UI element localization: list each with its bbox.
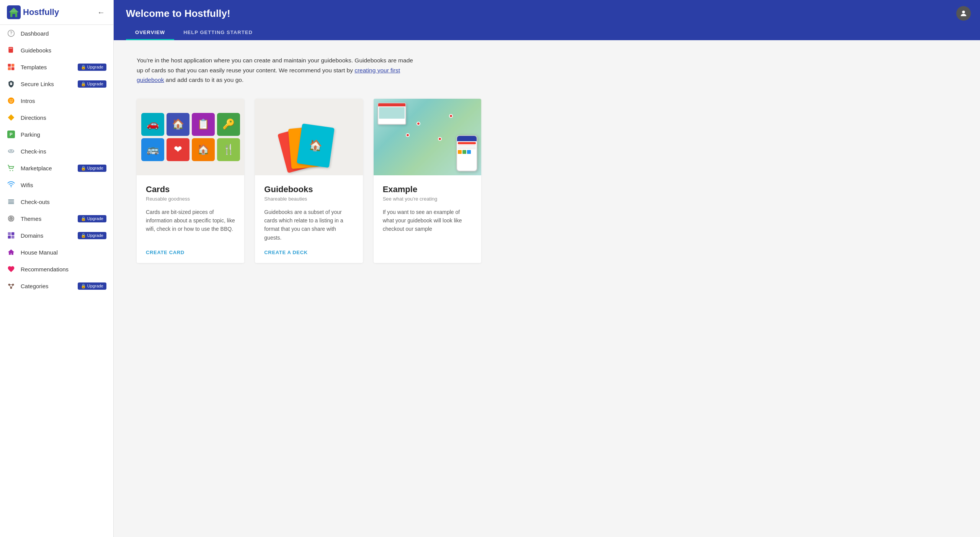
content-area: You're in the host application where you… bbox=[114, 40, 980, 278]
example-body: Example See what you're creating If you … bbox=[374, 175, 481, 263]
tabs: OVERVIEWHELP GETTING STARTED bbox=[126, 26, 968, 40]
sidebar-item-dashboard[interactable]: ?Dashboard bbox=[0, 25, 113, 42]
svg-rect-5 bbox=[8, 47, 13, 53]
upgrade-badge-templates[interactable]: 🔒 Upgrade bbox=[78, 64, 106, 71]
sidebar-item-directions[interactable]: Directions bbox=[0, 109, 113, 126]
sidebar-item-check-outs-label: Check-outs bbox=[21, 199, 106, 205]
tab-overview[interactable]: OVERVIEW bbox=[126, 26, 174, 40]
tab-help[interactable]: HELP GETTING STARTED bbox=[174, 26, 262, 40]
feature-cards-grid: 🚗 🏠 📋 🔑 🚌 ❤ 🏠 🍴 Cards Reusable goodness … bbox=[137, 99, 481, 263]
sidebar-header: Hostfully ← bbox=[0, 0, 113, 25]
sidebar-item-themes[interactable]: Themes🔒 Upgrade bbox=[0, 210, 113, 227]
example-image bbox=[374, 99, 481, 175]
guidebooks-subtitle: Shareable beauties bbox=[264, 196, 353, 202]
svg-rect-7 bbox=[8, 64, 11, 67]
svg-rect-22 bbox=[10, 152, 11, 153]
sidebar-item-secure-links[interactable]: Secure Links🔒 Upgrade bbox=[0, 75, 113, 92]
guidebooks-title: Guidebooks bbox=[264, 184, 353, 194]
svg-point-21 bbox=[12, 150, 13, 152]
icon-cell-5: 🚌 bbox=[141, 138, 164, 161]
house-manual-icon bbox=[7, 248, 15, 256]
upgrade-badge-themes[interactable]: 🔒 Upgrade bbox=[78, 215, 106, 222]
icon-cell-8: 🍴 bbox=[217, 138, 240, 161]
domains-icon bbox=[7, 231, 15, 240]
sidebar-item-themes-label: Themes bbox=[21, 215, 72, 222]
sidebar-item-marketplace[interactable]: Marketplace🔒 Upgrade bbox=[0, 160, 113, 176]
svg-point-19 bbox=[8, 149, 15, 153]
svg-marker-16 bbox=[8, 114, 15, 121]
main-content: Welcome to Hostfully! OVERVIEWHELP GETTI… bbox=[114, 0, 980, 537]
topbar: Welcome to Hostfully! OVERVIEWHELP GETTI… bbox=[114, 0, 980, 40]
svg-point-25 bbox=[11, 186, 12, 188]
logo-text: Hostfully bbox=[23, 7, 59, 17]
sidebar-item-house-manual[interactable]: House Manual bbox=[0, 244, 113, 261]
sidebar-item-check-ins-label: Check-ins bbox=[21, 148, 106, 155]
create-card-button[interactable]: CREATE CARD bbox=[146, 250, 235, 255]
logo-icon bbox=[7, 5, 21, 19]
upgrade-badge-domains[interactable]: 🔒 Upgrade bbox=[78, 232, 106, 239]
sidebar-item-recommendations[interactable]: Recommendations bbox=[0, 261, 113, 277]
nav-list: ?DashboardGuidebooksTemplates🔒 UpgradeSe… bbox=[0, 25, 113, 294]
svg-rect-32 bbox=[8, 236, 11, 239]
intro-text: You're in the host application where you… bbox=[137, 55, 420, 85]
icon-cell-3: 📋 bbox=[192, 113, 215, 136]
sidebar-item-templates-label: Templates bbox=[21, 64, 72, 70]
user-avatar[interactable] bbox=[956, 6, 971, 21]
sidebar-item-domains-label: Domains bbox=[21, 232, 72, 239]
svg-point-15 bbox=[11, 100, 13, 101]
book-blue: 🏠 bbox=[297, 123, 335, 168]
example-feature-card: Example See what you're creating If you … bbox=[374, 99, 481, 263]
svg-point-40 bbox=[962, 11, 965, 13]
example-title: Example bbox=[383, 184, 472, 194]
svg-rect-8 bbox=[11, 64, 15, 67]
upgrade-badge-categories[interactable]: 🔒 Upgrade bbox=[78, 282, 106, 290]
sidebar-item-wifis[interactable]: Wifis bbox=[0, 176, 113, 193]
svg-rect-9 bbox=[8, 67, 11, 70]
sidebar-item-directions-label: Directions bbox=[21, 114, 106, 121]
sidebar-item-check-ins[interactable]: Check-ins bbox=[0, 143, 113, 160]
sidebar-item-wifis-label: Wifis bbox=[21, 182, 106, 188]
sidebar-item-intros[interactable]: Intros bbox=[0, 92, 113, 109]
sidebar-item-templates[interactable]: Templates🔒 Upgrade bbox=[0, 59, 113, 75]
directions-icon bbox=[7, 113, 15, 122]
example-desc: If you want to see an example of what yo… bbox=[383, 208, 472, 248]
svg-rect-30 bbox=[8, 232, 11, 235]
icon-cell-6: ❤ bbox=[167, 138, 189, 161]
icon-cell-7: 🏠 bbox=[192, 138, 215, 161]
cards-subtitle: Reusable goodness bbox=[146, 196, 235, 202]
sidebar-item-parking[interactable]: PParking bbox=[0, 126, 113, 143]
sidebar-item-categories[interactable]: Categories🔒 Upgrade bbox=[0, 277, 113, 294]
cards-feature-card: 🚗 🏠 📋 🔑 🚌 ❤ 🏠 🍴 Cards Reusable goodness … bbox=[137, 99, 244, 263]
sidebar-item-intros-label: Intros bbox=[21, 98, 106, 104]
sidebar-item-recommendations-label: Recommendations bbox=[21, 266, 106, 273]
icon-cell-1: 🚗 bbox=[141, 113, 164, 136]
check-outs-icon bbox=[7, 197, 15, 206]
sidebar-item-domains[interactable]: Domains🔒 Upgrade bbox=[0, 227, 113, 244]
svg-point-20 bbox=[9, 150, 10, 152]
sidebar-item-guidebooks[interactable]: Guidebooks bbox=[0, 42, 113, 59]
templates-icon bbox=[7, 63, 15, 71]
cards-body: Cards Reusable goodness Cards are bit-si… bbox=[137, 175, 244, 263]
tablet-mockup bbox=[377, 103, 406, 125]
upgrade-badge-secure-links[interactable]: 🔒 Upgrade bbox=[78, 80, 106, 88]
upgrade-badge-marketplace[interactable]: 🔒 Upgrade bbox=[78, 165, 106, 172]
cards-desc: Cards are bit-sized pieces of informatio… bbox=[146, 208, 235, 242]
sidebar-item-house-manual-label: House Manual bbox=[21, 249, 106, 256]
recommendations-icon bbox=[7, 265, 15, 273]
sidebar-item-marketplace-label: Marketplace bbox=[21, 165, 72, 171]
guidebooks-icon bbox=[7, 46, 15, 54]
svg-rect-31 bbox=[11, 232, 15, 235]
sidebar-item-check-outs[interactable]: Check-outs bbox=[0, 193, 113, 210]
svg-rect-10 bbox=[11, 67, 15, 70]
icon-cell-4: 🔑 bbox=[217, 113, 240, 136]
icon-cell-2: 🏠 bbox=[167, 113, 189, 136]
wifis-icon bbox=[7, 181, 15, 189]
svg-line-37 bbox=[9, 285, 11, 288]
svg-point-14 bbox=[10, 100, 11, 101]
dashboard-icon: ? bbox=[7, 29, 15, 38]
phone-mockup bbox=[456, 135, 477, 171]
logo: Hostfully bbox=[7, 5, 59, 19]
create-deck-button[interactable]: CREATE A DECK bbox=[264, 250, 353, 255]
back-button[interactable]: ← bbox=[96, 7, 106, 18]
svg-point-13 bbox=[8, 98, 15, 104]
